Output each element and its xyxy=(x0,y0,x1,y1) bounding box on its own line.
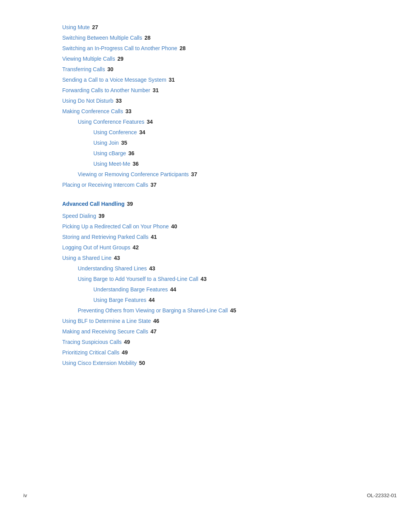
toc-page: 45 xyxy=(230,307,236,315)
toc-link[interactable]: Using a Shared Line xyxy=(62,254,112,262)
toc-entry: Using Barge Features44 xyxy=(93,296,358,304)
toc-entry: Switching an In-Progress Call to Another… xyxy=(62,44,358,53)
toc-page: 43 xyxy=(114,254,120,262)
toc-page: 41 xyxy=(151,233,157,241)
toc-entry: Using cBarge36 xyxy=(93,149,358,158)
toc-link[interactable]: Understanding Barge Features xyxy=(93,286,168,294)
section-heading-label[interactable]: Advanced Call Handling xyxy=(62,200,124,208)
toc-link[interactable]: Sending a Call to a Voice Message System xyxy=(62,76,166,84)
toc-link[interactable]: Using Mute xyxy=(62,23,90,32)
toc-entry: Switching Between Multiple Calls28 xyxy=(62,34,358,42)
toc-entry: Placing or Receiving Intercom Calls37 xyxy=(62,181,358,189)
toc-link[interactable]: Using Cisco Extension Mobility xyxy=(62,359,136,367)
toc-link[interactable]: Storing and Retrieving Parked Calls xyxy=(62,233,149,241)
toc-page: 43 xyxy=(201,275,207,283)
toc-page: 33 xyxy=(125,107,131,116)
toc-link[interactable]: Making Conference Calls xyxy=(62,107,123,116)
toc-entry: Sending a Call to a Voice Message System… xyxy=(62,76,358,84)
toc-page: 29 xyxy=(117,55,124,63)
toc-page: 34 xyxy=(147,118,153,126)
toc-entry: Picking Up a Redirected Call on Your Pho… xyxy=(62,223,358,231)
toc-entry: Storing and Retrieving Parked Calls41 xyxy=(62,233,358,241)
toc-entry: Using Join35 xyxy=(93,139,358,147)
toc-link[interactable]: Viewing or Removing Conference Participa… xyxy=(78,170,189,179)
toc-link[interactable]: Understanding Shared Lines xyxy=(78,265,147,273)
toc-entry: Understanding Barge Features44 xyxy=(93,286,358,294)
toc-entry: Making Conference Calls33 xyxy=(62,107,358,116)
toc-link[interactable]: Using Conference Features xyxy=(78,118,144,126)
toc-page: 34 xyxy=(139,128,145,137)
toc-link[interactable]: Using BLF to Determine a Line State xyxy=(62,317,151,325)
toc-page: 31 xyxy=(169,76,175,84)
toc-page: 30 xyxy=(107,65,114,74)
toc-link[interactable]: Using Do Not Disturb xyxy=(62,97,114,105)
toc-link[interactable]: Placing or Receiving Intercom Calls xyxy=(62,181,148,189)
toc-page: 47 xyxy=(150,328,157,336)
toc-page: 35 xyxy=(121,139,127,147)
toc-link[interactable]: Viewing Multiple Calls xyxy=(62,55,115,63)
toc-page: 37 xyxy=(191,170,197,179)
toc-entry: Speed Dialing39 xyxy=(62,212,358,220)
toc-page: 42 xyxy=(133,244,139,252)
section-heading-advanced-call-handling: Advanced Call Handling 39 xyxy=(62,200,358,208)
toc-entries-group2: Speed Dialing39Picking Up a Redirected C… xyxy=(62,212,358,367)
toc-link[interactable]: Making and Receiving Secure Calls xyxy=(62,328,148,336)
toc-link[interactable]: Switching an In-Progress Call to Another… xyxy=(62,44,177,53)
toc-entry: Using BLF to Determine a Line State46 xyxy=(62,317,358,325)
toc-page: 33 xyxy=(116,97,122,105)
toc-entry: Using Mute27 xyxy=(62,23,358,32)
toc-page: 50 xyxy=(139,359,145,367)
toc-link[interactable]: Logging Out of Hunt Groups xyxy=(62,244,130,252)
toc-entry: Using Conference Features34 xyxy=(78,118,358,126)
toc-entry: Using Conference34 xyxy=(93,128,358,137)
footer-right: OL-22332-01 xyxy=(367,492,397,498)
toc-page: 46 xyxy=(153,317,159,325)
toc-link[interactable]: Preventing Others from Viewing or Bargin… xyxy=(78,307,228,315)
toc-link[interactable]: Forwarding Calls to Another Number xyxy=(62,86,150,95)
toc-link[interactable]: Switching Between Multiple Calls xyxy=(62,34,142,42)
toc-link[interactable]: Using cBarge xyxy=(93,149,126,158)
toc-link[interactable]: Picking Up a Redirected Call on Your Pho… xyxy=(62,223,169,231)
toc-entry: Prioritizing Critical Calls49 xyxy=(62,349,358,357)
toc-link[interactable]: Speed Dialing xyxy=(62,212,96,220)
toc-page: 28 xyxy=(180,44,186,53)
page-footer: iv OL-22332-01 xyxy=(0,492,420,498)
toc-entry: Using Meet-Me36 xyxy=(93,160,358,168)
toc-entry: Logging Out of Hunt Groups42 xyxy=(62,244,358,252)
footer-left: iv xyxy=(23,492,27,498)
toc-entry: Transferring Calls30 xyxy=(62,65,358,74)
toc-page: 28 xyxy=(144,34,150,42)
toc-entry: Understanding Shared Lines43 xyxy=(78,265,358,273)
toc-page: 36 xyxy=(128,149,135,158)
toc-page: 40 xyxy=(171,223,177,231)
toc-entry: Viewing or Removing Conference Participa… xyxy=(78,170,358,179)
toc-entry: Using a Shared Line43 xyxy=(62,254,358,262)
toc-page: 31 xyxy=(152,86,159,95)
toc-page: 43 xyxy=(149,265,155,273)
toc-link[interactable]: Transferring Calls xyxy=(62,65,105,74)
toc-page: 44 xyxy=(170,286,176,294)
toc-link[interactable]: Prioritizing Critical Calls xyxy=(62,349,119,357)
toc-page: 49 xyxy=(122,349,128,357)
toc-page: 44 xyxy=(149,296,155,304)
toc-link[interactable]: Using Meet-Me xyxy=(93,160,130,168)
toc-entry: Tracing Suspicious Calls49 xyxy=(62,338,358,346)
toc-entry: Viewing Multiple Calls29 xyxy=(62,55,358,63)
toc-link[interactable]: Using Barge Features xyxy=(93,296,146,304)
page-content: Using Mute27Switching Between Multiple C… xyxy=(0,0,420,401)
toc-page: 39 xyxy=(98,212,105,220)
toc-link[interactable]: Using Join xyxy=(93,139,119,147)
toc-link[interactable]: Using Barge to Add Yourself to a Shared-… xyxy=(78,275,198,283)
toc-link[interactable]: Tracing Suspicious Calls xyxy=(62,338,122,346)
toc-entry: Preventing Others from Viewing or Bargin… xyxy=(78,307,358,315)
toc-page: 37 xyxy=(150,181,157,189)
toc-entry: Using Cisco Extension Mobility50 xyxy=(62,359,358,367)
toc-entries-group1: Using Mute27Switching Between Multiple C… xyxy=(62,23,358,189)
toc-page: 36 xyxy=(133,160,139,168)
toc-entry: Forwarding Calls to Another Number31 xyxy=(62,86,358,95)
toc-page: 49 xyxy=(124,338,130,346)
toc-link[interactable]: Using Conference xyxy=(93,128,137,137)
section-heading-page: 39 xyxy=(127,200,133,208)
toc-entry: Using Barge to Add Yourself to a Shared-… xyxy=(78,275,358,283)
toc-page: 27 xyxy=(92,23,98,32)
